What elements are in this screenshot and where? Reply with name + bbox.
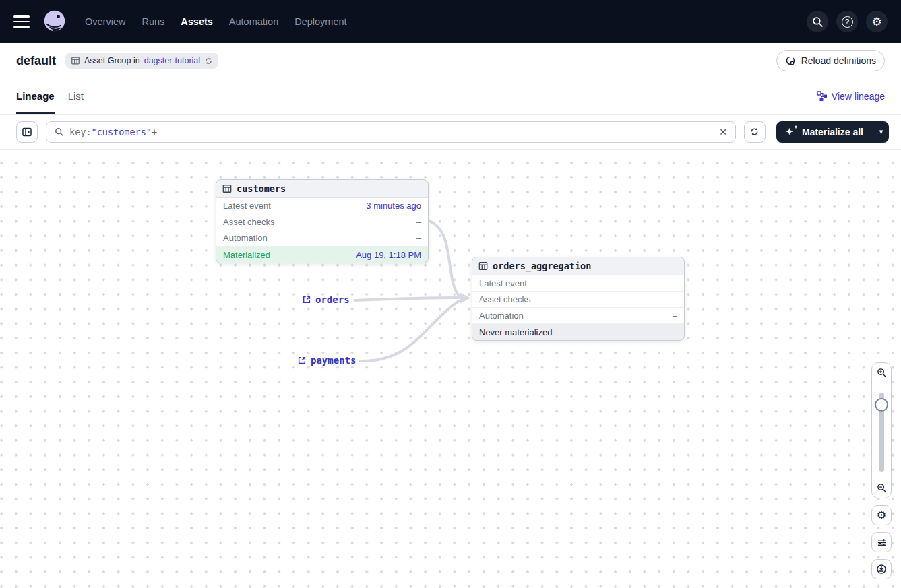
- gear-icon: ⚙: [877, 510, 886, 521]
- lineage-graph-canvas[interactable]: customers Latest event 3 minutes ago Ass…: [0, 150, 901, 588]
- reload-definitions-button[interactable]: Reload definitions: [776, 50, 885, 71]
- asset-name: orders_aggregation: [493, 261, 591, 271]
- expand-sidebar-button[interactable]: [16, 121, 38, 143]
- view-lineage-link[interactable]: View lineage: [817, 78, 885, 114]
- materialization-timestamp-link[interactable]: Aug 19, 1:18 PM: [356, 250, 421, 260]
- hamburger-menu-icon[interactable]: [13, 15, 30, 28]
- nav-item-assets[interactable]: Assets: [181, 16, 213, 27]
- dagster-logo-icon[interactable]: [42, 9, 67, 34]
- asset-row-asset-checks: Asset checks –: [216, 214, 428, 230]
- nav-item-runs[interactable]: Runs: [142, 16, 164, 27]
- asset-group-badge: Asset Group in dagster-tutorial: [65, 53, 218, 69]
- asset-row-automation: Automation –: [472, 308, 684, 324]
- materialize-all-label: Materialize all: [802, 127, 863, 137]
- query-value: "customers": [92, 127, 152, 137]
- latest-event-link[interactable]: 3 minutes ago: [366, 201, 421, 211]
- external-link-icon: [302, 295, 311, 304]
- sparkle-icon: ✦ ✦: [786, 127, 797, 137]
- zoom-in-button[interactable]: [872, 363, 891, 383]
- lineage-edges: [0, 150, 901, 588]
- asset-row-latest-event: Latest event 3 minutes ago: [216, 198, 428, 214]
- asset-row-latest-event: Latest event: [472, 275, 684, 292]
- asset-node-header: customers: [216, 180, 428, 198]
- asset-node-customers[interactable]: customers Latest event 3 minutes ago Ass…: [216, 179, 429, 263]
- tab-lineage[interactable]: Lineage: [16, 78, 55, 114]
- page-header: default Asset Group in dagster-tutorial …: [0, 43, 901, 78]
- zoom-in-icon: [877, 368, 887, 378]
- tab-list[interactable]: List: [68, 78, 84, 114]
- zoom-control: [871, 362, 892, 498]
- asset-row-asset-checks: Asset checks –: [472, 292, 684, 308]
- zoom-out-button[interactable]: [872, 478, 891, 498]
- top-nav-bar: Overview Runs Assets Automation Deployme…: [0, 0, 901, 43]
- settings-button[interactable]: ⚙: [866, 11, 888, 32]
- reload-icon: [785, 55, 796, 66]
- help-button[interactable]: ?: [836, 11, 858, 32]
- sync-icon: [204, 57, 213, 65]
- refresh-icon: [749, 127, 759, 137]
- lineage-graph-icon: [817, 91, 828, 102]
- zoom-out-icon: [877, 483, 887, 493]
- graph-filters-button[interactable]: [871, 532, 892, 552]
- search-icon: [55, 127, 64, 137]
- query-text: key:"customers"+: [69, 127, 157, 137]
- panel-expand-icon: [22, 127, 32, 137]
- tabs-bar: Lineage List View lineage: [0, 78, 901, 115]
- query-key: key:: [69, 127, 92, 137]
- download-center-icon: [876, 564, 887, 575]
- external-asset-label: orders: [315, 294, 350, 305]
- recenter-view-button[interactable]: [871, 559, 892, 579]
- nav-item-deployment[interactable]: Deployment: [294, 16, 346, 27]
- gear-icon: ⚙: [871, 16, 881, 28]
- clear-search-icon[interactable]: ✕: [719, 127, 727, 137]
- primary-nav: Overview Runs Assets Automation Deployme…: [85, 16, 347, 27]
- search-button[interactable]: [807, 11, 828, 32]
- external-asset-label: payments: [311, 355, 356, 366]
- asset-group-icon: [71, 56, 80, 65]
- external-link-icon: [297, 356, 307, 365]
- table-icon: [478, 261, 488, 271]
- table-icon: [222, 184, 232, 193]
- asset-node-header: orders_aggregation: [472, 257, 684, 275]
- external-asset-orders[interactable]: orders: [302, 294, 350, 305]
- lineage-toolbar: key:"customers"+ ✕ ✦ ✦ Materialize all ▾: [0, 115, 901, 150]
- asset-group-label: Asset Group in: [84, 56, 140, 65]
- asset-row-automation: Automation –: [216, 230, 428, 247]
- query-operator: +: [152, 127, 157, 137]
- external-asset-payments[interactable]: payments: [297, 355, 356, 366]
- materialize-all-button[interactable]: ✦ ✦ Materialize all: [776, 121, 873, 143]
- zoom-slider-handle[interactable]: [875, 398, 888, 412]
- reload-definitions-label: Reload definitions: [801, 55, 876, 66]
- nav-item-overview[interactable]: Overview: [85, 16, 125, 27]
- materialize-options-dropdown[interactable]: ▾: [873, 121, 889, 143]
- asset-status-row: Materialized Aug 19, 1:18 PM: [216, 247, 428, 263]
- refresh-graph-button[interactable]: [744, 121, 766, 143]
- search-icon: [812, 16, 824, 28]
- page-title: default: [16, 54, 56, 68]
- help-icon: ?: [842, 16, 853, 28]
- sliders-icon: [877, 537, 887, 548]
- asset-node-orders-aggregation[interactable]: orders_aggregation Latest event Asset ch…: [472, 257, 685, 341]
- code-location-link[interactable]: dagster-tutorial: [144, 56, 200, 65]
- asset-status-row: Never materialized: [472, 324, 684, 340]
- asset-name: customers: [237, 183, 286, 194]
- nav-item-automation[interactable]: Automation: [229, 16, 278, 27]
- view-lineage-label: View lineage: [832, 91, 885, 102]
- caret-down-icon: ▾: [879, 127, 883, 136]
- materialize-all-button-group: ✦ ✦ Materialize all ▾: [776, 121, 889, 143]
- asset-search-input[interactable]: key:"customers"+ ✕: [46, 121, 736, 143]
- graph-settings-button[interactable]: ⚙: [871, 505, 892, 525]
